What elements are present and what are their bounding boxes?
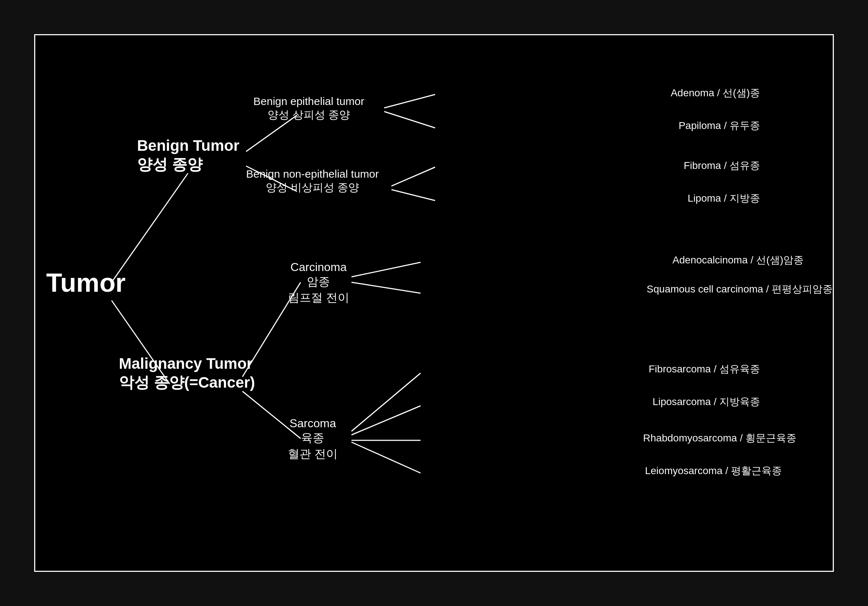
svg-line-5 bbox=[384, 111, 435, 128]
malignancy-tumor-label: Malignancy Tumor 악성 종양(=Cancer) bbox=[119, 355, 255, 393]
tumor-label: Tumor bbox=[46, 268, 126, 298]
svg-line-4 bbox=[384, 94, 435, 108]
benign-non-epithelial-label: Benign non-epithelial tumor 양성 비상피성 종양 bbox=[246, 168, 379, 195]
fibrosarcoma-label: Fibrosarcoma / 섬유육종 bbox=[649, 362, 760, 376]
squamous-label: Squamous cell carcinoma / 편평상피암종 bbox=[646, 282, 833, 296]
adenocalcinoma-label: Adenocalcinoma / 선(샘)암종 bbox=[673, 253, 804, 267]
benign-epithelial-label: Benign epithelial tumor 양성 상피성 종양 bbox=[253, 95, 364, 122]
benign-tumor-label: Benign Tumor 양성 종양 bbox=[137, 137, 240, 175]
svg-line-11 bbox=[352, 282, 420, 293]
svg-line-6 bbox=[392, 167, 435, 186]
lipoma-label: Lipoma / 지방종 bbox=[688, 192, 760, 205]
diagram-lines bbox=[35, 35, 833, 571]
svg-line-0 bbox=[112, 173, 188, 282]
liposarcoma-label: Liposarcoma / 지방육종 bbox=[653, 395, 760, 409]
svg-line-15 bbox=[352, 442, 420, 473]
adenoma-label: Adenoma / 선(샘)종 bbox=[671, 86, 760, 100]
leiomyosarcoma-label: Leiomyosarcoma / 평활근육종 bbox=[645, 464, 782, 478]
diagram-container: Tumor Benign Tumor 양성 종양 Malignancy Tumo… bbox=[34, 34, 834, 572]
svg-line-13 bbox=[352, 406, 420, 435]
svg-line-12 bbox=[352, 373, 420, 431]
svg-line-10 bbox=[352, 262, 420, 277]
fibroma-label: Fibroma / 섬유종 bbox=[684, 159, 760, 173]
carcinoma-label: Carcinoma 암종 림프절 전이 bbox=[288, 260, 349, 306]
svg-line-7 bbox=[392, 190, 435, 201]
papiloma-label: Papiloma / 유두종 bbox=[679, 119, 760, 133]
rhabdomyosarcoma-label: Rhabdomyosarcoma / 횡문근육종 bbox=[643, 431, 797, 445]
sarcoma-label: Sarcoma 육종 혈관 전이 bbox=[288, 417, 338, 462]
